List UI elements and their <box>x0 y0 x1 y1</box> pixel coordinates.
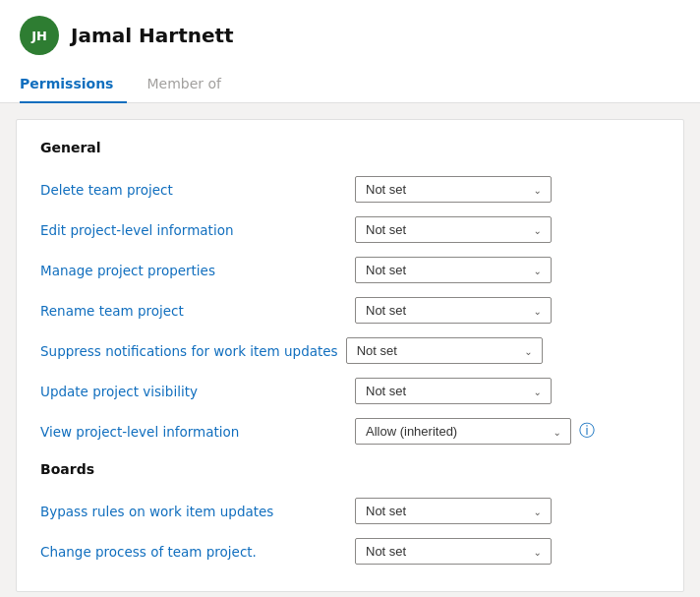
permission-row-rename-team-project: Rename team project Not setAllowDeny ⌄ <box>40 290 660 330</box>
permission-row-change-process: Change process of team project. Not setA… <box>40 531 660 571</box>
tab-member-of[interactable]: Member of <box>146 68 235 103</box>
permission-row-update-project-visibility: Update project visibility Not setAllowDe… <box>40 371 660 411</box>
permission-label-manage-project-properties: Manage project properties <box>40 263 355 278</box>
tab-permissions[interactable]: Permissions <box>20 68 127 103</box>
select-delete-team-project[interactable]: Not setAllowDenyAllow (inherited) <box>355 176 552 203</box>
select-bypass-rules[interactable]: Not setAllowDeny <box>355 498 552 524</box>
permission-label-bypass-rules: Bypass rules on work item updates <box>40 504 355 519</box>
select-wrapper-view-project-level-info: Not setAllowDenyAllow (inherited) ⌄ <box>355 418 571 445</box>
section-general: General Delete team project Not setAllow… <box>40 140 660 451</box>
avatar: JH <box>20 16 59 55</box>
section-title-general: General <box>40 140 660 155</box>
select-wrapper-suppress-notifications: Not setAllowDeny ⌄ <box>346 337 543 364</box>
permission-row-delete-team-project: Delete team project Not setAllowDenyAllo… <box>40 169 660 209</box>
permission-row-view-project-level-info: View project-level information Not setAl… <box>40 411 660 451</box>
select-manage-project-properties[interactable]: Not setAllowDeny <box>355 257 552 283</box>
select-change-process[interactable]: Not setAllowDeny <box>355 538 552 565</box>
select-edit-project-level-info[interactable]: Not setAllowDeny <box>355 216 552 243</box>
select-suppress-notifications[interactable]: Not setAllowDeny <box>346 337 543 364</box>
content-area: General Delete team project Not setAllow… <box>16 119 684 592</box>
permission-label-change-process: Change process of team project. <box>40 544 355 560</box>
permission-row-suppress-notifications: Suppress notifications for work item upd… <box>40 330 660 371</box>
tab-bar: Permissions Member of <box>20 67 680 102</box>
permission-label-rename-team-project: Rename team project <box>40 303 355 319</box>
permission-label-delete-team-project: Delete team project <box>40 182 355 198</box>
select-view-project-level-info[interactable]: Not setAllowDenyAllow (inherited) <box>355 418 571 445</box>
select-wrapper-delete-team-project: Not setAllowDenyAllow (inherited) ⌄ <box>355 176 552 203</box>
select-wrapper-change-process: Not setAllowDeny ⌄ <box>355 538 552 565</box>
select-wrapper-edit-project-level-info: Not setAllowDeny ⌄ <box>355 216 552 243</box>
user-header: JH Jamal Hartnett <box>20 16 680 55</box>
permission-row-manage-project-properties: Manage project properties Not setAllowDe… <box>40 250 660 290</box>
select-rename-team-project[interactable]: Not setAllowDeny <box>355 297 552 324</box>
section-title-boards: Boards <box>40 461 660 477</box>
permission-row-bypass-rules: Bypass rules on work item updates Not se… <box>40 491 660 531</box>
select-update-project-visibility[interactable]: Not setAllowDeny <box>355 378 552 404</box>
top-bar: JH Jamal Hartnett Permissions Member of <box>0 0 700 103</box>
select-wrapper-rename-team-project: Not setAllowDeny ⌄ <box>355 297 552 324</box>
permission-label-view-project-level-info: View project-level information <box>40 424 355 440</box>
permission-label-suppress-notifications: Suppress notifications for work item upd… <box>40 343 338 359</box>
permission-label-edit-project-level-info: Edit project-level information <box>40 222 355 238</box>
info-icon[interactable]: ⓘ <box>579 421 595 442</box>
permission-label-update-project-visibility: Update project visibility <box>40 384 355 399</box>
permission-row-edit-project-level-info: Edit project-level information Not setAl… <box>40 209 660 250</box>
select-wrapper-bypass-rules: Not setAllowDeny ⌄ <box>355 498 552 524</box>
select-wrapper-update-project-visibility: Not setAllowDeny ⌄ <box>355 378 552 404</box>
user-name: Jamal Hartnett <box>71 24 234 47</box>
select-wrapper-manage-project-properties: Not setAllowDeny ⌄ <box>355 257 552 283</box>
section-boards: Boards Bypass rules on work item updates… <box>40 461 660 571</box>
